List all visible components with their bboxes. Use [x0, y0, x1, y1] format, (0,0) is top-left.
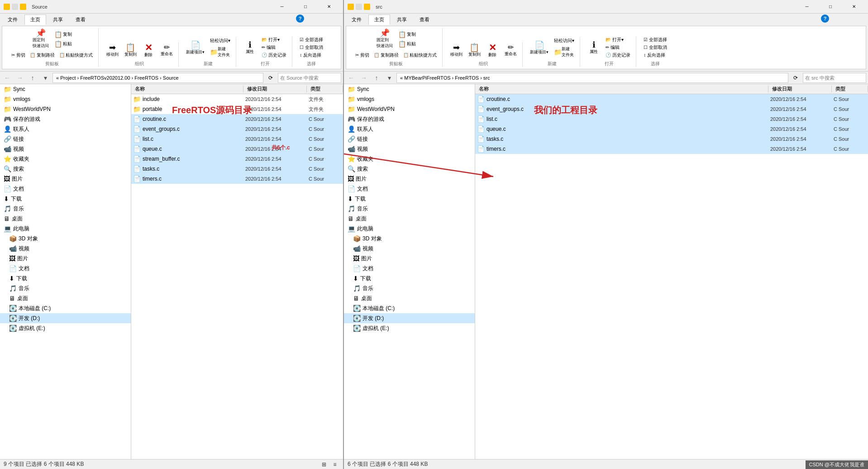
right-side-edrive[interactable]: 💽 虚拟机 (E:): [344, 323, 475, 333]
right-col-date[interactable]: 修改日期: [768, 86, 832, 92]
left-side-favorites[interactable]: ⭐ 收藏夹: [0, 154, 131, 164]
right-paste-btn[interactable]: 📋粘贴: [396, 39, 418, 48]
left-side-video[interactable]: 📹 视频: [0, 144, 131, 154]
left-tab-view[interactable]: 查看: [70, 14, 91, 25]
left-side-music[interactable]: 🎵 音乐: [0, 204, 131, 214]
right-help-btn[interactable]: ?: [821, 14, 829, 23]
left-side-pictures[interactable]: 🖼 图片: [0, 174, 131, 184]
left-row-queue[interactable]: 📄 queue.c 2020/12/16 2:54 C Sour: [131, 144, 343, 154]
right-side-ddrive[interactable]: 💽 开发 (D:): [344, 313, 475, 323]
right-back-btn[interactable]: ←: [346, 72, 357, 83]
left-row-tasks[interactable]: 📄 tasks.c 2020/12/16 2:54 C Sour: [131, 164, 343, 174]
right-side-downloads[interactable]: ⬇ 下载: [344, 194, 475, 204]
right-side-desk2[interactable]: 🖥 桌面: [344, 293, 475, 303]
left-side-downloads[interactable]: ⬇ 下载: [0, 194, 131, 204]
left-side-docs2[interactable]: 📄 文档: [0, 263, 131, 273]
right-side-desktop[interactable]: 🖥 桌面: [344, 214, 475, 224]
left-invertsel-btn[interactable]: ↕ 反向选择: [298, 52, 325, 59]
right-tab-file[interactable]: 文件: [346, 14, 367, 25]
right-side-cdrive[interactable]: 💽 本地磁盘 (C:): [344, 303, 475, 313]
right-side-pictures[interactable]: 🖼 图片: [344, 174, 475, 184]
right-side-video[interactable]: 📹 视频: [344, 144, 475, 154]
left-row-croutine[interactable]: 📄 croutine.c 2020/12/16 2:54 C Sour: [131, 114, 343, 124]
right-history-btn[interactable]: 🕐 历史记录: [604, 52, 632, 59]
left-side-savedgames[interactable]: 🎮 保存的游戏: [0, 114, 131, 124]
left-tab-share[interactable]: 共享: [47, 14, 69, 25]
left-easya-btn[interactable]: 轻松访问▾: [208, 37, 232, 44]
left-side-music2[interactable]: 🎵 音乐: [0, 283, 131, 293]
left-row-streambuf[interactable]: 📄 stream_buffer.c 2020/12/16 2:54 C Sour: [131, 154, 343, 164]
left-col-date[interactable]: 修改日期: [243, 86, 307, 92]
left-recent-btn[interactable]: ▾: [40, 72, 51, 83]
right-moveto-btn[interactable]: ➡移动到: [448, 43, 464, 58]
left-col-name[interactable]: 名称: [131, 86, 243, 92]
right-delete-btn[interactable]: ✕删除: [484, 42, 501, 59]
left-row-eventgroups[interactable]: 📄 event_groups.c 2020/12/16 2:54 C Sour: [131, 124, 343, 134]
left-back-btn[interactable]: ←: [2, 72, 13, 83]
right-row-queue[interactable]: 📄 queue.c 2020/12/16 2:54 C Sour: [475, 124, 868, 134]
right-side-music[interactable]: 🎵 音乐: [344, 204, 475, 214]
left-side-desktop[interactable]: 🖥 桌面: [0, 214, 131, 224]
right-side-search[interactable]: 🔍 搜索: [344, 164, 475, 174]
right-search-input[interactable]: [803, 73, 866, 83]
left-edit-btn[interactable]: ✏ 编辑: [260, 44, 288, 51]
left-search-input[interactable]: [278, 73, 341, 83]
right-side-sync[interactable]: 📁 Sync: [344, 84, 475, 94]
left-newfolder-btn[interactable]: 📁新建文件夹: [208, 45, 232, 59]
right-row-timers[interactable]: 📄 timers.c 2020/12/16 2:54 C Sour: [475, 144, 868, 154]
left-pin-btn[interactable]: 📌 固定到快速访问: [31, 28, 51, 50]
right-copyto-btn[interactable]: 📋复制到: [466, 43, 482, 58]
right-recent-btn[interactable]: ▾: [384, 72, 395, 83]
left-side-docs[interactable]: 📄 文档: [0, 184, 131, 194]
left-side-sync[interactable]: 📁 Sync: [0, 84, 131, 94]
right-side-favorites[interactable]: ⭐ 收藏夹: [344, 154, 475, 164]
right-side-pics2[interactable]: 🖼 图片: [344, 254, 475, 263]
right-col-type[interactable]: 类型: [832, 86, 868, 92]
left-open-btn[interactable]: 📂 打开▾: [260, 36, 288, 43]
right-copy-btn[interactable]: 📋复制: [396, 30, 418, 39]
right-open-btn[interactable]: 📂 打开▾: [604, 36, 632, 43]
left-tab-home[interactable]: 主页: [24, 14, 46, 25]
right-tab-share[interactable]: 共享: [391, 14, 413, 25]
right-row-eventgroups[interactable]: 📄 event_groups.c 2020/12/16 2:54 C Sour: [475, 104, 868, 114]
right-newitem-btn[interactable]: 📄新建项目▾: [528, 40, 550, 56]
left-cut-btn[interactable]: ✂ 剪切: [10, 52, 27, 59]
right-cut-btn[interactable]: ✂ 剪切: [353, 52, 371, 59]
left-forward-btn[interactable]: →: [14, 72, 25, 83]
left-side-westworldvpn[interactable]: 📁 WestWorldVPN: [0, 104, 131, 114]
left-col-type[interactable]: 类型: [307, 86, 343, 92]
right-side-contacts[interactable]: 👤 联系人: [344, 124, 475, 134]
right-row-croutine[interactable]: 📄 croutine.c 2020/12/16 2:54 C Sour: [475, 94, 868, 104]
left-row-timers[interactable]: 📄 timers.c 2020/12/16 2:54 C Sour: [131, 174, 343, 184]
right-selectall-btn[interactable]: ☑ 全部选择: [642, 36, 669, 43]
left-pasteshortcut-btn[interactable]: 📋 粘贴快捷方式: [57, 52, 95, 59]
left-selectall-btn[interactable]: ☑ 全部选择: [298, 36, 325, 43]
left-side-vmlogs[interactable]: 📁 vmlogs: [0, 94, 131, 104]
right-tab-home[interactable]: 主页: [368, 14, 390, 25]
right-side-westworldvpn[interactable]: 📁 WestWorldVPN: [344, 104, 475, 114]
left-side-pics2[interactable]: 🖼 图片: [0, 254, 131, 263]
right-minimize-btn[interactable]: ─: [796, 0, 817, 14]
right-newfolder-btn[interactable]: 📁新建文件夹: [552, 45, 576, 59]
right-forward-btn[interactable]: →: [358, 72, 369, 83]
left-close-btn[interactable]: ✕: [319, 0, 339, 14]
left-side-dl2[interactable]: ⬇ 下载: [0, 273, 131, 283]
left-side-desk2[interactable]: 🖥 桌面: [0, 293, 131, 303]
left-row-include[interactable]: 📁 include 2020/12/16 2:54 文件夹: [131, 94, 343, 104]
left-newitem-btn[interactable]: 📄新建项目▾: [184, 40, 206, 56]
right-pasteshortcut-btn[interactable]: 📋 粘贴快捷方式: [401, 52, 439, 59]
right-rename-btn[interactable]: ✏重命名: [502, 43, 519, 58]
right-side-thispc[interactable]: 💻 此电脑: [344, 224, 475, 234]
left-maximize-btn[interactable]: □: [295, 0, 316, 14]
right-addr-input[interactable]: [396, 73, 788, 83]
right-side-docs[interactable]: 📄 文档: [344, 184, 475, 194]
left-side-thispc[interactable]: 💻 此电脑: [0, 224, 131, 234]
right-side-dl2[interactable]: ⬇ 下载: [344, 273, 475, 283]
left-history-btn[interactable]: 🕐 历史记录: [260, 52, 288, 59]
left-tab-file[interactable]: 文件: [2, 14, 24, 25]
left-side-video2[interactable]: 📹 视频: [0, 244, 131, 254]
right-side-docs2[interactable]: 📄 文档: [344, 263, 475, 273]
left-delete-btn[interactable]: ✕删除: [140, 42, 157, 59]
left-minimize-btn[interactable]: ─: [272, 0, 292, 14]
right-pin-btn[interactable]: 📌 固定到快速访问: [375, 28, 395, 50]
